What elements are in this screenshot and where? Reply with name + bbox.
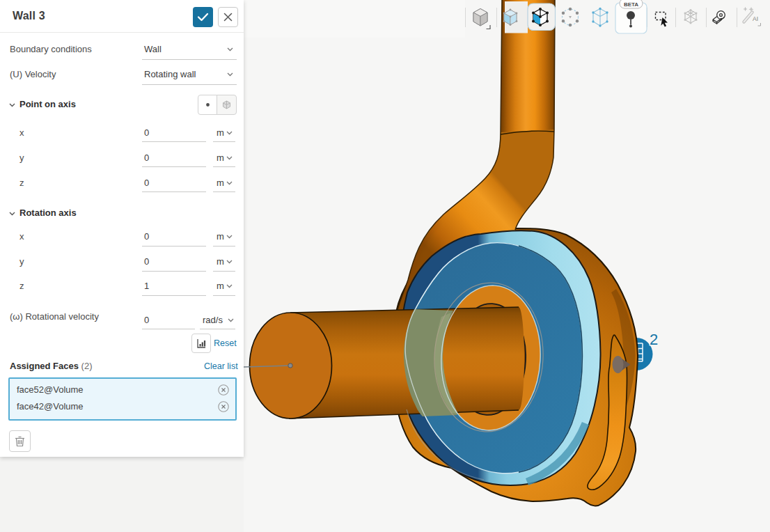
svg-text:BETA: BETA: [624, 1, 638, 8]
svg-text:AI: AI: [753, 15, 758, 22]
svg-text:2: 2: [650, 331, 658, 348]
